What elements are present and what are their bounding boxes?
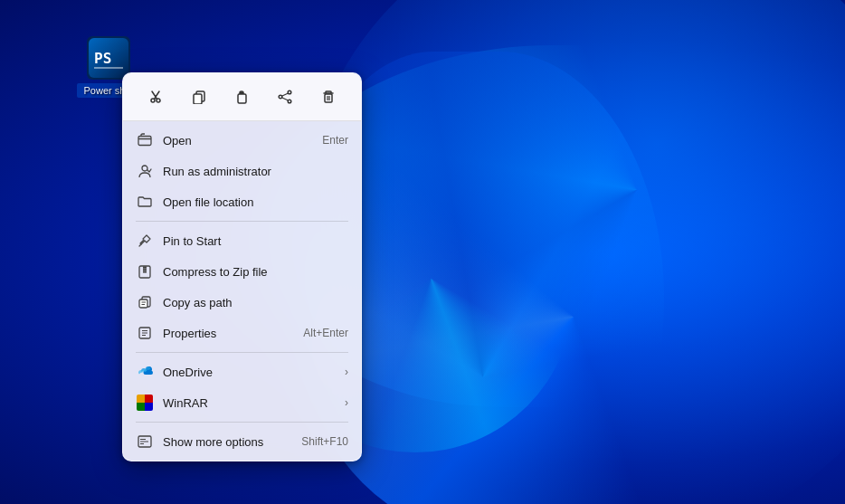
menu-item-properties[interactable]: Properties Alt+Enter bbox=[123, 318, 361, 348]
svg-rect-10 bbox=[238, 94, 246, 103]
menu-item-compress[interactable]: Compress to Zip file bbox=[123, 256, 361, 287]
pin-icon bbox=[136, 232, 154, 250]
divider-2 bbox=[136, 352, 348, 353]
svg-point-21 bbox=[142, 166, 147, 171]
menu-item-copy-path[interactable]: Copy as path bbox=[123, 287, 361, 318]
run-admin-label: Run as administrator bbox=[163, 165, 348, 178]
powershell-icon: PS bbox=[87, 36, 130, 80]
cut-button[interactable] bbox=[139, 81, 172, 113]
svg-text:PS: PS bbox=[94, 50, 111, 67]
menu-item-onedrive[interactable]: OneDrive › bbox=[123, 357, 361, 387]
menu-item-run-admin[interactable]: Run as administrator bbox=[123, 156, 361, 186]
svg-rect-26 bbox=[143, 267, 147, 269]
pin-start-label: Pin to Start bbox=[163, 234, 348, 248]
svg-rect-9 bbox=[194, 94, 202, 104]
copy-path-label: Copy as path bbox=[163, 296, 348, 309]
context-menu-items: Open Enter Run as administrator Open fil… bbox=[123, 121, 361, 461]
svg-point-14 bbox=[288, 100, 291, 103]
menu-item-pin-start[interactable]: Pin to Start bbox=[123, 225, 361, 256]
properties-label: Properties bbox=[163, 327, 296, 340]
menu-item-winrar[interactable]: WinRAR › bbox=[123, 387, 361, 418]
onedrive-label: OneDrive bbox=[163, 366, 341, 379]
svg-rect-17 bbox=[325, 94, 332, 102]
menu-item-open[interactable]: Open Enter bbox=[123, 125, 361, 156]
open-label: Open bbox=[163, 134, 315, 147]
copypath-icon bbox=[136, 293, 154, 311]
winrar-icon bbox=[136, 394, 154, 412]
copy-button[interactable] bbox=[183, 81, 215, 113]
context-menu-toolbar bbox=[123, 73, 361, 121]
open-icon bbox=[136, 131, 154, 149]
svg-rect-20 bbox=[138, 137, 151, 146]
svg-rect-28 bbox=[143, 271, 147, 273]
svg-point-7 bbox=[157, 99, 160, 102]
paste-button[interactable] bbox=[225, 81, 258, 113]
svg-rect-11 bbox=[240, 92, 243, 95]
divider-1 bbox=[136, 221, 348, 222]
properties-icon bbox=[136, 324, 154, 342]
properties-shortcut: Alt+Enter bbox=[303, 327, 348, 339]
svg-line-22 bbox=[139, 244, 141, 246]
share-button[interactable] bbox=[269, 81, 301, 113]
runas-icon bbox=[136, 162, 154, 180]
delete-button[interactable] bbox=[312, 81, 345, 113]
svg-rect-30 bbox=[139, 300, 147, 308]
onedrive-arrow: › bbox=[345, 366, 348, 378]
show-more-shortcut: Shift+F10 bbox=[301, 435, 348, 448]
show-more-label: Show more options bbox=[163, 435, 294, 449]
svg-point-6 bbox=[151, 99, 155, 102]
menu-item-open-location[interactable]: Open file location bbox=[123, 186, 361, 217]
menu-item-show-more[interactable]: Show more options Shift+F10 bbox=[123, 426, 361, 457]
onedrive-icon bbox=[136, 363, 154, 381]
svg-point-12 bbox=[288, 90, 291, 94]
more-options-icon bbox=[136, 433, 154, 451]
divider-3 bbox=[136, 422, 348, 423]
svg-line-16 bbox=[282, 98, 289, 100]
winrar-label: WinRAR bbox=[163, 396, 341, 410]
svg-line-15 bbox=[282, 93, 289, 96]
winrar-arrow: › bbox=[345, 396, 348, 409]
open-shortcut: Enter bbox=[322, 134, 348, 147]
context-menu: Open Enter Run as administrator Open fil… bbox=[122, 72, 362, 461]
folder-icon bbox=[136, 193, 154, 211]
compress-label: Compress to Zip file bbox=[163, 265, 348, 279]
zip-icon bbox=[136, 262, 154, 281]
open-location-label: Open file location bbox=[163, 195, 348, 209]
svg-point-13 bbox=[279, 95, 282, 99]
svg-rect-27 bbox=[143, 270, 147, 271]
